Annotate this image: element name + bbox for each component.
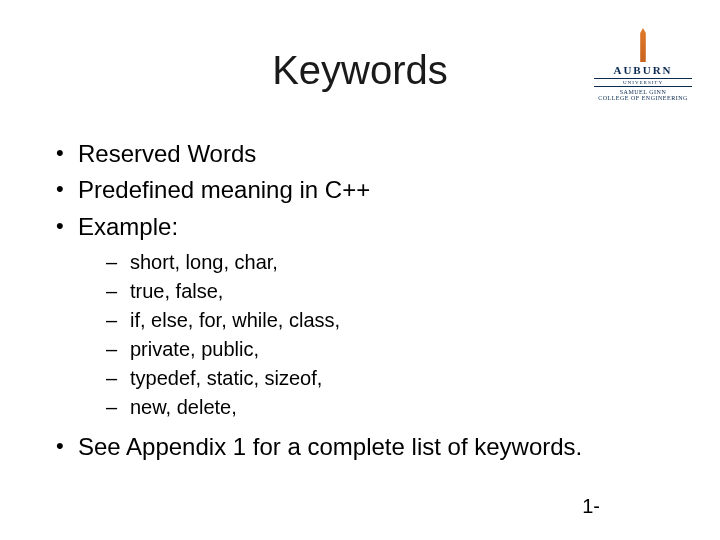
bullet-list: Reserved Words Predefined meaning in C++… [48,138,680,464]
page-number: 1- [582,495,600,518]
bullet-item: Example: short, long, char, true, false,… [48,211,680,421]
sub-bullet-item: if, else, for, while, class, [78,307,680,334]
sub-bullet-item: private, public, [78,336,680,363]
bullet-item: Reserved Words [48,138,680,170]
slide-title: Keywords [0,48,720,93]
logo-line3: COLLEGE OF ENGINEERING [598,95,688,101]
sub-bullet-list: short, long, char, true, false, if, else… [78,249,680,421]
sub-bullet-item: typedef, static, sizeof, [78,365,680,392]
sub-bullet-item: short, long, char, [78,249,680,276]
bullet-item: See Appendix 1 for a complete list of ke… [48,431,680,463]
slide-content: Reserved Words Predefined meaning in C++… [48,138,680,468]
bullet-text: Example: [78,213,178,240]
sub-bullet-item: new, delete, [78,394,680,421]
slide: AUBURN UNIVERSITY SAMUEL GINN COLLEGE OF… [0,0,720,540]
sub-bullet-item: true, false, [78,278,680,305]
bullet-item: Predefined meaning in C++ [48,174,680,206]
